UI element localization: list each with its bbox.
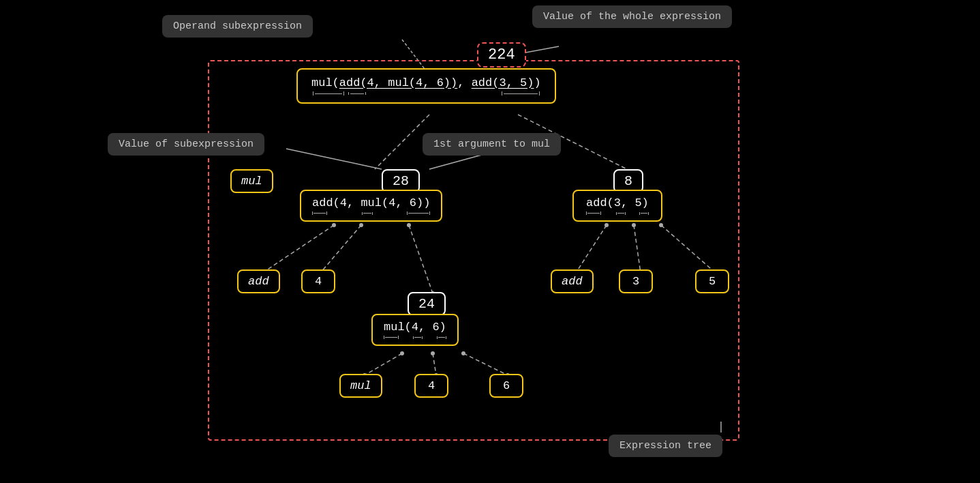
root-value-node: 224: [477, 42, 526, 68]
n3-node: 3: [619, 269, 653, 293]
arg1-span: add(4, mul(4, 6)): [339, 76, 457, 89]
add-left-op-node: add: [237, 269, 280, 293]
callout-arg1-mul: 1st argument to mul: [423, 133, 561, 156]
left-expr-node: add(4, mul(4, 6)): [300, 190, 442, 222]
mul46-expr-node: mul(4, 6): [371, 314, 459, 346]
n6-bottom-node: 6: [489, 374, 523, 398]
n5-node: 5: [695, 269, 729, 293]
arg2-span: add(3, 5): [472, 76, 534, 89]
mul46-op-node: mul: [339, 374, 382, 398]
callout-expression-tree: Expression tree: [609, 435, 722, 457]
add-right-op-node: add: [551, 269, 594, 293]
mul46-value-node: 24: [408, 292, 446, 316]
callout-value-subexpr: Value of subexpression: [108, 133, 264, 156]
operand-subexpr-rect: [208, 60, 739, 441]
diagram-container: Operand subexpression Value of the whole…: [0, 0, 980, 483]
n4-left-node: 4: [301, 269, 335, 293]
callout-value-whole: Value of the whole expression: [532, 5, 732, 28]
root-expr-node: mul(add(4, mul(4, 6)), add(3, 5)): [296, 68, 556, 104]
mul-op-node: mul: [230, 169, 273, 193]
right-expr-node: add(3, 5): [572, 190, 662, 222]
n4-bottom-node: 4: [414, 374, 448, 398]
callout-operand-subexpr: Operand subexpression: [162, 15, 313, 38]
